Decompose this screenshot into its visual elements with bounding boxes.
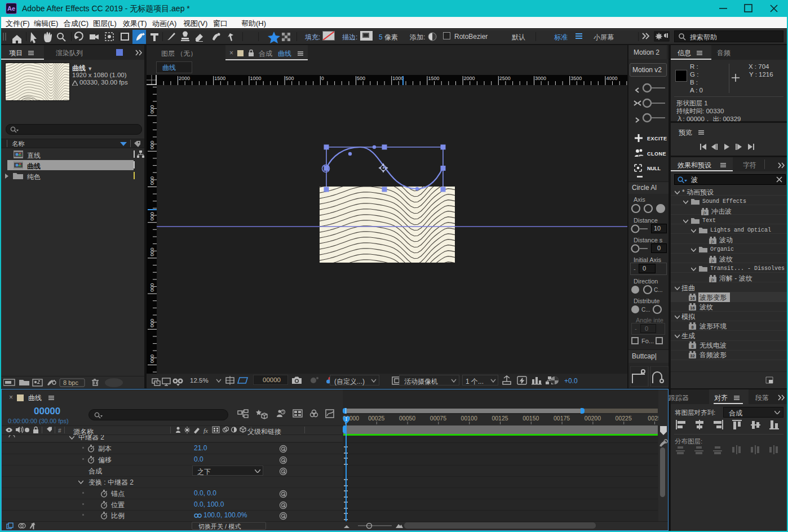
svg-text:4000: 4000 xyxy=(606,76,617,81)
svg-text:fx: fx xyxy=(711,277,715,282)
svg-text:000: 000 xyxy=(149,283,155,292)
svg-text:fx: fx xyxy=(703,210,707,215)
svg-text:00150: 00150 xyxy=(523,415,539,422)
svg-text:000: 000 xyxy=(149,141,155,149)
svg-text:00050: 00050 xyxy=(399,415,415,422)
svg-text:0025: 0025 xyxy=(648,415,658,422)
svg-text:CLONE: CLONE xyxy=(647,151,666,157)
svg-text:00125: 00125 xyxy=(492,415,508,422)
svg-text:fx: fx xyxy=(711,258,715,263)
svg-text:000: 000 xyxy=(149,212,155,220)
svg-text:00175: 00175 xyxy=(554,415,570,422)
svg-text:00025: 00025 xyxy=(368,415,384,422)
svg-text:NULL: NULL xyxy=(647,166,661,171)
svg-text:000: 000 xyxy=(149,105,155,114)
svg-text:2000: 2000 xyxy=(179,76,190,81)
svg-text:3000: 3000 xyxy=(535,76,546,81)
svg-text:000: 000 xyxy=(149,319,155,327)
svg-text:1000: 1000 xyxy=(250,76,261,81)
svg-text:0: 0 xyxy=(321,76,324,81)
svg-text:3500: 3500 xyxy=(570,76,582,81)
svg-text:EXCITE: EXCITE xyxy=(647,136,667,141)
svg-text:8: 8 xyxy=(691,344,693,349)
svg-text:00075: 00075 xyxy=(430,415,446,422)
svg-text:16: 16 xyxy=(690,305,694,311)
svg-text:00100: 00100 xyxy=(461,415,477,422)
svg-text:1000: 1000 xyxy=(392,76,404,81)
svg-text:500: 500 xyxy=(357,76,365,81)
svg-text:2000: 2000 xyxy=(464,76,475,81)
svg-text:C...: C... xyxy=(641,307,650,313)
svg-text:000: 000 xyxy=(149,354,155,363)
svg-text:00200: 00200 xyxy=(585,415,601,422)
svg-text:16: 16 xyxy=(690,296,694,301)
svg-text:1500: 1500 xyxy=(214,76,225,81)
svg-text:000: 000 xyxy=(149,247,155,256)
svg-text:fx: fx xyxy=(711,239,715,244)
svg-text:C...: C... xyxy=(654,287,663,293)
svg-text:00225: 00225 xyxy=(616,415,632,422)
svg-text:8: 8 xyxy=(691,325,693,330)
svg-text:1500: 1500 xyxy=(428,76,439,81)
svg-text:2500: 2500 xyxy=(499,76,511,81)
svg-text:500: 500 xyxy=(286,76,294,81)
svg-text:32: 32 xyxy=(690,353,694,358)
svg-text:8 bpc: 8 bpc xyxy=(63,379,78,386)
svg-text:000: 000 xyxy=(149,176,155,185)
